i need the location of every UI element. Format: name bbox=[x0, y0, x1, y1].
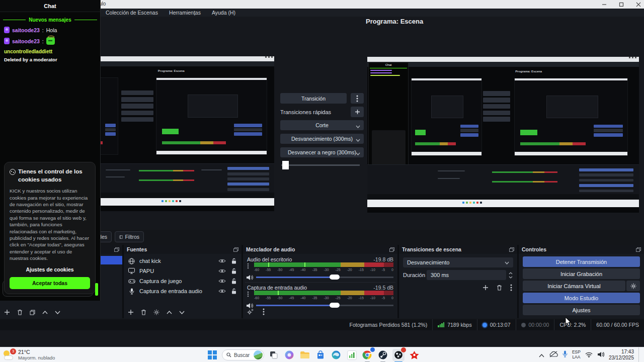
move-scene-down-button[interactable] bbox=[55, 311, 60, 314]
volume-slider[interactable] bbox=[256, 274, 393, 280]
taskbar-clock[interactable]: 17:43 23/12/2025 bbox=[609, 349, 634, 361]
close-icon[interactable] bbox=[636, 2, 641, 7]
duration-input[interactable]: 300 ms bbox=[427, 270, 506, 280]
duplicate-scene-button[interactable] bbox=[30, 310, 35, 315]
remove-scene-button[interactable] bbox=[17, 309, 23, 315]
visibility-eye-icon[interactable] bbox=[218, 289, 226, 294]
volume-icon[interactable] bbox=[597, 350, 604, 359]
red-app-button[interactable] bbox=[408, 349, 420, 361]
source-row-game-capture[interactable]: Captura de juego bbox=[124, 276, 242, 286]
lock-icon[interactable] bbox=[230, 278, 237, 284]
edge-button[interactable] bbox=[330, 349, 342, 361]
microsoft-store-button[interactable] bbox=[314, 349, 327, 361]
quick-transitions-label: Transiciones rápidas bbox=[280, 109, 347, 115]
chat-send-accent[interactable] bbox=[95, 283, 98, 296]
chart-app-button[interactable] bbox=[346, 349, 358, 361]
microphone-tray-icon[interactable] bbox=[562, 350, 568, 359]
lock-icon[interactable] bbox=[230, 258, 237, 264]
quick-transition-fade-to-black[interactable]: Desvanecer a negro (300ms) bbox=[280, 147, 364, 157]
mini-shape bbox=[438, 170, 465, 171]
speaker-icon[interactable] bbox=[246, 274, 253, 283]
visibility-eye-icon[interactable] bbox=[218, 268, 226, 274]
transition-button[interactable]: Transición bbox=[280, 93, 347, 104]
onedrive-off-icon[interactable] bbox=[549, 350, 558, 359]
quick-transition-cut[interactable]: Corte bbox=[280, 120, 364, 130]
transition-select[interactable]: Desvanecimiento bbox=[403, 257, 513, 267]
slider-handle[interactable] bbox=[330, 303, 340, 308]
transition-menu-button[interactable] bbox=[351, 93, 364, 104]
minimize-icon[interactable] bbox=[602, 2, 607, 7]
cookie-settings-button[interactable]: Ajustes de cookies bbox=[10, 266, 90, 273]
maximize-icon[interactable] bbox=[619, 2, 624, 7]
mini-shape bbox=[139, 179, 194, 181]
source-row-audio-input[interactable]: Captura de entrada audio bbox=[124, 286, 242, 296]
menu-help[interactable]: Ayuda (H) bbox=[212, 10, 235, 16]
dock-popout-icon[interactable] bbox=[233, 245, 238, 254]
mixer-channel-menu[interactable] bbox=[247, 262, 249, 271]
studio-preview-program[interactable]: Chat Programa: Escena bbox=[367, 57, 639, 213]
menu-scene-collection[interactable]: Colección de Escenas bbox=[106, 10, 158, 16]
add-scene-button[interactable] bbox=[4, 309, 10, 315]
slider-handle[interactable] bbox=[330, 275, 340, 280]
copilot-icon bbox=[284, 350, 294, 360]
show-desktop-button[interactable] bbox=[638, 347, 640, 362]
add-quick-transition-button[interactable] bbox=[351, 107, 364, 117]
move-source-up-button[interactable] bbox=[167, 311, 172, 314]
visibility-eye-icon[interactable] bbox=[218, 258, 226, 263]
chat-titlebar[interactable]: Chat bbox=[0, 0, 100, 12]
settings-button[interactable]: Ajustes bbox=[523, 305, 640, 315]
move-scene-up-button[interactable] bbox=[42, 311, 48, 314]
steam-button[interactable] bbox=[377, 349, 389, 361]
lock-icon[interactable] bbox=[230, 268, 237, 274]
chrome-button[interactable] bbox=[361, 349, 373, 361]
dock-popout-icon[interactable] bbox=[114, 245, 119, 254]
program-scene-label: Programa: Escena bbox=[366, 18, 423, 25]
cookie-accept-button[interactable]: Aceptar todas bbox=[10, 277, 90, 289]
keyboard-layout-indicator[interactable]: ESP LAA bbox=[572, 350, 581, 360]
weather-widget[interactable]: 3 21°C Mayorm. nublado bbox=[3, 349, 55, 360]
dock-popout-icon[interactable] bbox=[636, 245, 641, 254]
stop-streaming-button[interactable]: Detener Transmisión bbox=[523, 256, 640, 267]
start-button[interactable] bbox=[206, 349, 218, 361]
copilot-button[interactable] bbox=[283, 349, 295, 361]
source-properties-gear-icon[interactable] bbox=[153, 309, 159, 315]
source-row-chat-kick[interactable]: chat kick bbox=[124, 256, 242, 266]
gear-icon bbox=[630, 283, 636, 289]
transition-tbar[interactable] bbox=[280, 161, 364, 170]
signal-bars-icon bbox=[438, 322, 444, 327]
studio-mode-button[interactable]: Modo Estudio bbox=[523, 293, 640, 303]
visibility-eye-icon[interactable] bbox=[218, 279, 226, 284]
virtual-camera-settings-button[interactable] bbox=[626, 281, 640, 291]
start-virtual-camera-button[interactable]: Iniciar Cámara Virtual bbox=[523, 281, 625, 291]
chevron-down-icon bbox=[505, 259, 509, 265]
dock-popout-icon[interactable] bbox=[389, 245, 394, 254]
volume-slider[interactable] bbox=[256, 302, 393, 308]
advanced-audio-gear-icon[interactable] bbox=[247, 309, 254, 315]
weather-icon: 3 bbox=[3, 349, 15, 360]
wifi-icon[interactable] bbox=[585, 350, 593, 359]
transition-kebab-icon[interactable] bbox=[510, 284, 512, 291]
scenes-toolbar bbox=[4, 309, 60, 315]
add-transition-button[interactable] bbox=[482, 285, 489, 291]
menu-tools[interactable]: Herramiențas bbox=[169, 10, 201, 16]
source-row-papu[interactable]: PAPU bbox=[124, 266, 242, 276]
remove-transition-button[interactable] bbox=[497, 285, 502, 291]
dock-popout-icon[interactable] bbox=[509, 245, 514, 254]
quick-transition-fade[interactable]: Desvanecimiento (300ms) bbox=[280, 134, 364, 144]
filters-button[interactable]: Filtros bbox=[115, 231, 144, 242]
remove-source-button[interactable] bbox=[141, 309, 146, 315]
obs-button[interactable] bbox=[392, 349, 405, 361]
task-view-button[interactable] bbox=[268, 349, 280, 361]
tray-chevron-up-icon[interactable] bbox=[539, 350, 544, 359]
mixer-channel-menu[interactable] bbox=[247, 290, 249, 299]
file-explorer-button[interactable] bbox=[299, 349, 311, 361]
studio-preview-left[interactable]: Programa: Escena bbox=[101, 56, 274, 211]
start-recording-button[interactable]: Iniciar Grabación bbox=[523, 268, 640, 279]
lock-icon[interactable] bbox=[230, 288, 237, 294]
move-source-down-button[interactable] bbox=[179, 311, 185, 314]
tbar-handle[interactable] bbox=[282, 161, 289, 169]
duration-spinner[interactable] bbox=[507, 270, 514, 280]
mixer-menu-kebab-icon[interactable] bbox=[263, 308, 265, 315]
taskbar-search[interactable]: Buscar bbox=[222, 349, 264, 360]
add-source-button[interactable] bbox=[128, 309, 134, 315]
